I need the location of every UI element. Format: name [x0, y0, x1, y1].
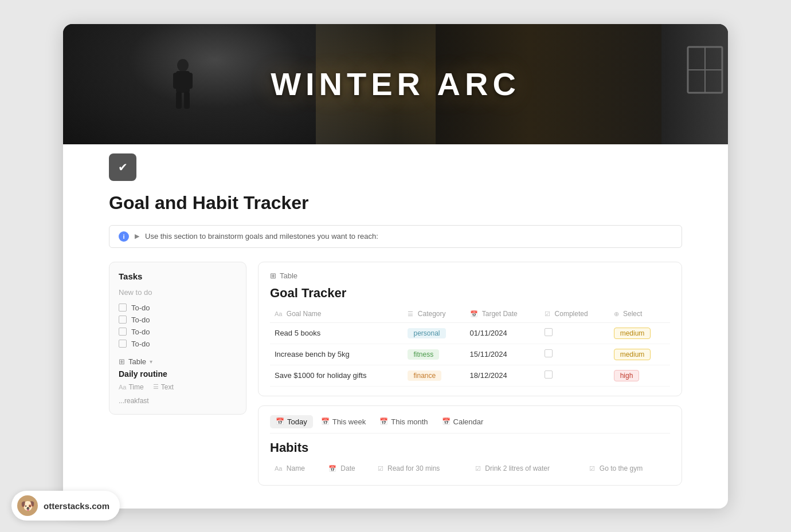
check-icon: ✔: [118, 160, 128, 174]
th-water-icon: ☑: [475, 465, 481, 472]
th-goal-name-label: Goal Name: [287, 310, 322, 318]
th-habit-name-label: Name: [287, 464, 305, 472]
tab-today-label: Today: [287, 417, 307, 426]
th-target-date: 📅 Target Date: [465, 308, 541, 323]
habits-tabs: 📅 Today 📅 This week 📅 This month 📅: [270, 415, 670, 434]
th-habit-date: 📅 Date: [324, 462, 373, 476]
svg-rect-4: [176, 92, 182, 109]
th-select-label: Select: [623, 310, 642, 318]
table-icon-small: ⊞: [119, 357, 125, 366]
svg-rect-2: [173, 73, 180, 89]
th-read-icon: ☑: [378, 465, 383, 472]
daily-routine-title: Daily routine: [119, 369, 237, 379]
priority-tag-1: medium: [614, 328, 651, 339]
todo-checkbox-4[interactable]: [119, 340, 127, 348]
partial-row-text: ...reakfast: [119, 397, 149, 405]
page-title: Goal and Habit Tracker: [109, 192, 682, 214]
person-silhouette: [169, 58, 197, 110]
completed-cell-2[interactable]: [540, 344, 609, 365]
completed-checkbox-1[interactable]: [545, 328, 553, 336]
callout-text: Use this section to brainstorm goals and…: [145, 232, 378, 241]
category-cell-1: personal: [403, 322, 465, 344]
page-content: Goal and Habit Tracker i ▶ Use this sect…: [63, 181, 728, 509]
todo-checkbox-2[interactable]: [119, 316, 127, 324]
th-goal-name-icon: Aa: [275, 310, 282, 317]
completed-cell-1[interactable]: [540, 322, 609, 344]
completed-cell-3[interactable]: [540, 365, 609, 386]
th-category-icon: ☰: [408, 310, 413, 317]
date-cell-2: 15/11/2024: [465, 344, 541, 365]
th-completed: ☑ Completed: [540, 308, 609, 323]
th-habit-name: Aa Name: [270, 462, 324, 476]
right-panel: ⊞ Table Goal Tracker Aa Goal Name: [258, 262, 682, 486]
tab-calendar-label: Calendar: [453, 417, 484, 426]
watermark-text: otterstacks.com: [44, 501, 109, 511]
watermark-avatar: 🐶: [17, 495, 38, 516]
tasks-title: Tasks: [119, 271, 237, 281]
th-date-label: Target Date: [482, 310, 518, 318]
table-row: Increase bench by 5kg fitness 15/11/2024…: [270, 344, 670, 365]
completed-checkbox-2[interactable]: [545, 349, 553, 357]
col-header-text: ☰ Text: [153, 383, 174, 391]
th-goal-name: Aa Goal Name: [270, 308, 403, 323]
page-icon-box: ✔: [109, 153, 136, 181]
th-completed-label: Completed: [555, 310, 588, 318]
date-cell-1: 01/11/2024: [465, 322, 541, 344]
tab-week-icon: 📅: [321, 417, 330, 425]
habits-title: Habits: [270, 440, 670, 455]
page-container: WINTER ARC ✔ Goal and Habit Tracker i ▶ …: [63, 24, 728, 509]
table-row: Save $1000 for holiday gifts finance 18/…: [270, 365, 670, 386]
todo-checkbox-3[interactable]: [119, 328, 127, 336]
todo-item-3[interactable]: To-do: [119, 328, 237, 336]
th-water-label: Drink 2 litres of water: [485, 464, 550, 472]
tab-month-icon: 📅: [379, 417, 388, 425]
tab-today[interactable]: 📅 Today: [270, 415, 313, 428]
completed-checkbox-3[interactable]: [545, 371, 553, 379]
col-header-time: Aa Time: [119, 383, 144, 391]
left-panel: Tasks New to do To-do To-do To-do To-do: [109, 262, 246, 415]
th-category-label: Category: [418, 310, 446, 318]
two-col-layout: Tasks New to do To-do To-do To-do To-do: [109, 262, 682, 486]
th-habit-date-label: Date: [340, 464, 355, 472]
svg-point-0: [177, 59, 189, 72]
category-cell-3: finance: [403, 365, 465, 386]
goal-name-cell-3: Save $1000 for holiday gifts: [270, 365, 403, 386]
daily-table-label: Table: [128, 357, 146, 366]
table-row: Read 5 books personal 01/11/2024 medium: [270, 322, 670, 344]
tab-month-label: This month: [391, 417, 428, 426]
new-todo-label[interactable]: New to do: [119, 287, 237, 298]
table-chevron: ▾: [150, 358, 152, 365]
habits-table: Aa Name 📅 Date ☑ Read for 30 mins: [270, 462, 670, 476]
todo-checkbox-1[interactable]: [119, 304, 127, 312]
date-cell-3: 18/12/2024: [465, 365, 541, 386]
th-gym-label: Go to the gym: [600, 464, 643, 472]
todo-item-4[interactable]: To-do: [119, 340, 237, 348]
text-label: Text: [161, 383, 174, 391]
goal-tracker-table-header: ⊞ Table: [270, 271, 670, 280]
hero-banner: WINTER ARC: [63, 24, 728, 144]
tab-this-month[interactable]: 📅 This month: [374, 415, 433, 428]
todo-label-2: To-do: [131, 316, 150, 324]
todo-item-1[interactable]: To-do: [119, 304, 237, 312]
daily-routine-table-header[interactable]: ⊞ Table ▾: [119, 357, 237, 366]
th-select-icon: ⊕: [614, 310, 619, 317]
th-gym-icon: ☑: [589, 465, 595, 472]
watermark: 🐶 otterstacks.com: [11, 491, 120, 521]
svg-rect-5: [184, 92, 190, 109]
th-gym: ☑ Go to the gym: [585, 462, 670, 476]
time-type-icon: Aa: [119, 384, 126, 391]
goal-table-label: Table: [280, 271, 297, 280]
th-read-label: Read for 30 mins: [387, 464, 440, 472]
priority-tag-3: high: [614, 370, 640, 381]
tab-calendar[interactable]: 📅 Calendar: [436, 415, 490, 428]
tab-calendar-icon: 📅: [442, 417, 451, 425]
priority-tag-2: medium: [614, 349, 651, 360]
goal-tracker-table: Aa Goal Name ☰ Category 📅 Target Date: [270, 308, 670, 387]
tab-this-week[interactable]: 📅 This week: [315, 415, 372, 428]
window-shape: [682, 41, 728, 98]
todo-label-3: To-do: [131, 328, 150, 336]
todo-item-2[interactable]: To-do: [119, 316, 237, 324]
hero-right-scene: [661, 24, 728, 144]
time-label: Time: [128, 383, 143, 391]
th-date-icon: 📅: [470, 310, 478, 317]
